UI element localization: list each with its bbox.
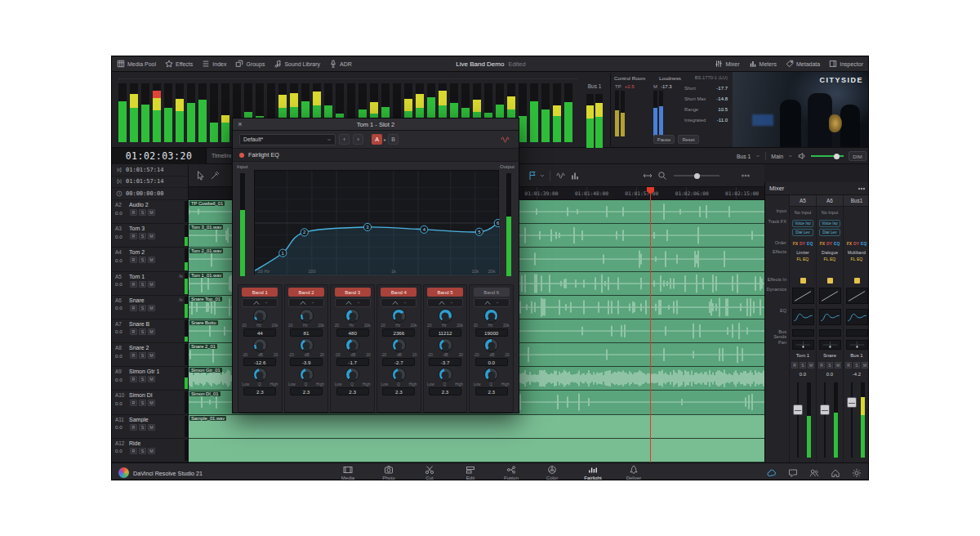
track-header[interactable]: A8 Snare 2 0.0 R S M: [112, 343, 188, 367]
record-arm-button[interactable]: R: [130, 352, 137, 359]
eq-gain-knob[interactable]: [392, 338, 406, 352]
mute-button[interactable]: M: [148, 257, 155, 263]
dialog-titlebar[interactable]: × Tom 1 - Slot 2: [233, 118, 519, 131]
toolbar-inspector[interactable]: Inspector: [829, 60, 863, 68]
eq-frequency-knob[interactable]: [439, 309, 452, 323]
mixer-input-selector[interactable]: [844, 207, 869, 217]
eq-frequency-graph[interactable]: 12345620 Hz1001k10k20k: [254, 170, 499, 275]
eq-gain-value[interactable]: -12.6: [243, 358, 276, 366]
preset-dropdown[interactable]: Default*: [239, 134, 336, 145]
processing-order[interactable]: FX DY EQ: [844, 239, 869, 248]
horizontal-zoom-icon[interactable]: [643, 171, 653, 181]
track-name[interactable]: Tom 3: [129, 226, 145, 231]
track-header[interactable]: A7 Snare B 0.0 R S M: [112, 319, 188, 343]
record-arm-button[interactable]: R: [130, 448, 137, 454]
eq-gain-value[interactable]: -3.9: [290, 358, 323, 366]
solo-button[interactable]: S: [139, 424, 146, 431]
users-icon[interactable]: [809, 468, 819, 478]
bus-send-cell[interactable]: [846, 329, 868, 337]
fader-value[interactable]: 0.0: [790, 369, 816, 379]
solo-button[interactable]: S: [139, 352, 146, 359]
eq-frequency-knob[interactable]: [484, 309, 498, 323]
mute-button[interactable]: M: [148, 352, 155, 359]
solo-button[interactable]: S: [139, 209, 146, 216]
eq-band-shape-select[interactable]: [288, 298, 324, 307]
razor-tool-icon[interactable]: [210, 171, 220, 181]
eq-gain-knob[interactable]: [253, 338, 267, 352]
toolbar-effects[interactable]: Effects: [165, 60, 193, 68]
page-tab[interactable]: Color: [536, 463, 568, 480]
track-volume-value[interactable]: 0.0: [115, 377, 128, 382]
mute-button[interactable]: M: [148, 209, 155, 216]
track-name[interactable]: Audio 2: [129, 202, 149, 208]
pan-cell[interactable]: [819, 340, 841, 350]
fader-handle[interactable]: [793, 404, 803, 415]
fader-handle[interactable]: [847, 397, 857, 408]
eq-frequency-value[interactable]: 480: [336, 328, 369, 337]
eq-gain-value[interactable]: 0.0: [475, 358, 508, 366]
eq-frequency-value[interactable]: 81: [290, 328, 323, 337]
toolbar-mixer[interactable]: Mixer: [715, 60, 739, 68]
eq-band-shape-select[interactable]: [474, 298, 510, 307]
page-tab[interactable]: Fairlight: [577, 463, 609, 480]
track-volume-value[interactable]: 0.0: [115, 210, 128, 216]
eq-band-enable-button[interactable]: Band 1: [242, 288, 278, 297]
mixer-channel-tab[interactable]: A6: [817, 195, 843, 207]
track-volume-value[interactable]: 0.0: [115, 257, 128, 263]
track-name[interactable]: Snare B: [129, 321, 149, 327]
more-options-icon[interactable]: [741, 171, 751, 181]
trackfx-chip[interactable]: Dial Lev: [792, 229, 813, 236]
mixer-channel-tab[interactable]: Bus1: [844, 195, 869, 207]
track-name[interactable]: Simon DI: [129, 392, 153, 398]
eq-frequency-value[interactable]: 44: [243, 328, 276, 337]
eq-band-enable-button[interactable]: Band 5: [427, 288, 463, 297]
mute-button[interactable]: M: [148, 305, 155, 311]
eq-cell[interactable]: [819, 309, 841, 325]
eq-band-enable-button[interactable]: Band 2: [288, 288, 324, 297]
monitor-volume-slider[interactable]: [811, 155, 844, 157]
eq-frequency-knob[interactable]: [300, 309, 314, 323]
eq-q-value[interactable]: 2.3: [382, 387, 415, 395]
track-header[interactable]: A2 Audio 2 0.0 R S M: [112, 200, 188, 224]
dim-button[interactable]: DIM: [849, 151, 866, 161]
eq-gain-knob[interactable]: [345, 338, 359, 352]
solo-button[interactable]: S: [139, 400, 146, 406]
eq-q-knob[interactable]: [300, 368, 314, 382]
monitor-bus-select[interactable]: Bus 1: [737, 154, 751, 159]
gear-icon[interactable]: [852, 468, 862, 478]
record-arm-button[interactable]: R: [130, 209, 137, 216]
effects-in-toggle[interactable]: [854, 278, 860, 284]
waveform-view-icon[interactable]: [556, 171, 566, 181]
eq-frequency-value[interactable]: 11212: [429, 328, 461, 337]
track-name[interactable]: Tom 2: [129, 249, 145, 255]
bus-send-cell[interactable]: [819, 329, 841, 337]
fader-handle[interactable]: [820, 404, 830, 415]
pan-cell[interactable]: [792, 340, 814, 350]
eq-q-knob[interactable]: [253, 368, 267, 382]
track-name[interactable]: Snare: [129, 297, 145, 303]
track-volume-value[interactable]: 0.0: [115, 424, 128, 430]
preset-next-button[interactable]: ›: [353, 134, 363, 145]
page-tab[interactable]: Edit: [454, 463, 487, 480]
toolbar-meters[interactable]: Meters: [749, 60, 777, 68]
effects-slot[interactable]: Dialogue FL EQ: [817, 248, 843, 275]
eq-frequency-knob[interactable]: [253, 309, 267, 323]
preset-prev-button[interactable]: ‹: [339, 134, 350, 145]
track-header[interactable]: A6 Snare fx 0.0 R S M: [112, 296, 188, 319]
audio-clip[interactable]: Sample_01.wav: [189, 415, 764, 439]
record-arm-button[interactable]: R: [845, 362, 852, 368]
processing-order[interactable]: FX DY EQ: [790, 239, 816, 248]
mixer-channel-tab[interactable]: A5: [790, 195, 816, 207]
mixer-input-selector[interactable]: No Input: [790, 207, 816, 217]
eq-frequency-value[interactable]: 19000: [475, 328, 508, 337]
track-header[interactable]: A10 Simon DI 0.0 R S M: [112, 391, 188, 414]
dynamics-cell[interactable]: [846, 288, 868, 304]
chat-icon[interactable]: [788, 468, 798, 478]
eq-q-knob[interactable]: [439, 368, 452, 382]
eq-band-shape-select[interactable]: [242, 298, 278, 307]
reset-button[interactable]: Reset: [678, 135, 699, 144]
plugin-curve-icon[interactable]: [499, 134, 512, 145]
bus-send-cell[interactable]: [792, 329, 814, 337]
pause-button[interactable]: Pause: [653, 135, 675, 144]
track-volume-value[interactable]: 0.0: [115, 281, 128, 287]
